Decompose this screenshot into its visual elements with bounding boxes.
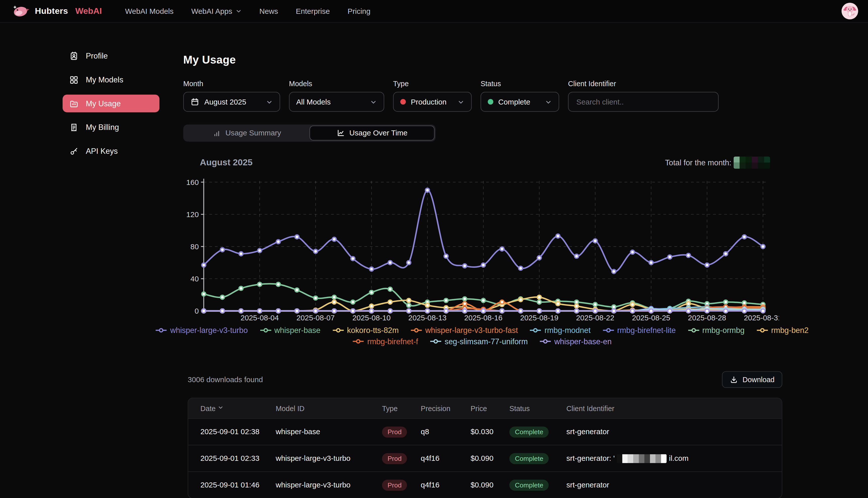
- legend-item-rmbg-birefnet-lite[interactable]: rmbg-birefnet-lite: [603, 326, 676, 335]
- column-header-date[interactable]: Date: [188, 404, 276, 412]
- status-select[interactable]: Complete: [481, 92, 559, 112]
- data-point[interactable]: [444, 299, 448, 302]
- nav-link-webai-models[interactable]: WebAI Models: [125, 7, 174, 15]
- data-point[interactable]: [668, 255, 672, 259]
- data-point[interactable]: [202, 309, 206, 313]
- data-point[interactable]: [537, 300, 541, 304]
- type-select[interactable]: Production: [393, 92, 472, 112]
- data-point[interactable]: [556, 302, 560, 306]
- data-point[interactable]: [332, 309, 336, 313]
- data-point[interactable]: [276, 309, 280, 313]
- data-point[interactable]: [537, 295, 541, 299]
- legend-item-whisper-large-v3-turbo-fast[interactable]: whisper-large-v3-turbo-fast: [411, 326, 518, 335]
- data-point[interactable]: [351, 257, 355, 261]
- data-point[interactable]: [742, 301, 746, 305]
- legend-item-rmbg-birefnet-f[interactable]: rmbg-birefnet-f: [353, 337, 418, 346]
- data-point[interactable]: [761, 309, 765, 313]
- data-point[interactable]: [370, 267, 374, 271]
- data-point[interactable]: [724, 300, 728, 304]
- data-point[interactable]: [407, 303, 411, 307]
- legend-item-whisper-large-v3-turbo[interactable]: whisper-large-v3-turbo: [156, 326, 248, 335]
- data-point[interactable]: [687, 309, 690, 313]
- table-row[interactable]: 2025-09-01 01:46whisper-large-v3-turboPr…: [188, 471, 782, 498]
- data-point[interactable]: [519, 309, 523, 313]
- data-point[interactable]: [742, 309, 746, 313]
- data-point[interactable]: [444, 254, 448, 258]
- download-button[interactable]: Download: [722, 371, 782, 388]
- data-point[interactable]: [724, 252, 728, 256]
- data-point[interactable]: [556, 309, 560, 313]
- data-point[interactable]: [258, 309, 262, 313]
- data-point[interactable]: [332, 300, 336, 304]
- nav-link-enterprise[interactable]: Enterprise: [296, 7, 330, 15]
- data-point[interactable]: [463, 264, 467, 268]
- data-point[interactable]: [649, 261, 653, 265]
- legend-item-seg-slimsam-77-uniform[interactable]: seg-slimsam-77-uniform: [430, 337, 528, 346]
- data-point[interactable]: [761, 245, 765, 249]
- table-row[interactable]: 2025-09-01 02:33whisper-large-v3-turboPr…: [188, 445, 782, 471]
- data-point[interactable]: [519, 298, 523, 302]
- data-point[interactable]: [630, 302, 635, 306]
- data-point[interactable]: [481, 299, 485, 302]
- data-point[interactable]: [220, 248, 224, 252]
- data-point[interactable]: [295, 309, 299, 313]
- data-point[interactable]: [351, 300, 355, 304]
- data-point[interactable]: [220, 309, 224, 313]
- data-point[interactable]: [630, 309, 635, 313]
- tab-usage-over-time[interactable]: Usage Over Time: [309, 126, 435, 141]
- data-point[interactable]: [314, 249, 318, 253]
- data-point[interactable]: [351, 309, 355, 313]
- data-point[interactable]: [481, 263, 485, 267]
- legend-item-whisper-base-en[interactable]: whisper-base-en: [540, 337, 612, 346]
- data-point[interactable]: [202, 263, 206, 267]
- data-point[interactable]: [202, 292, 206, 296]
- data-point[interactable]: [463, 297, 467, 301]
- legend-item-rmbg-modnet[interactable]: rmbg-modnet: [530, 326, 591, 335]
- data-point[interactable]: [388, 309, 392, 313]
- data-point[interactable]: [388, 300, 392, 304]
- legend-item-whisper-base[interactable]: whisper-base: [260, 326, 321, 335]
- month-select[interactable]: August 2025: [183, 92, 280, 112]
- data-point[interactable]: [425, 303, 430, 307]
- sidebar-item-my-usage[interactable]: My Usage: [63, 95, 159, 112]
- data-point[interactable]: [276, 240, 280, 244]
- models-select[interactable]: All Models: [289, 92, 384, 112]
- data-point[interactable]: [575, 304, 578, 308]
- table-row[interactable]: 2025-09-01 02:38whisper-baseProdq8$0.030…: [188, 418, 782, 445]
- data-point[interactable]: [593, 302, 597, 306]
- data-point[interactable]: [593, 239, 597, 243]
- user-avatar[interactable]: [842, 3, 858, 19]
- data-point[interactable]: [519, 266, 523, 270]
- data-point[interactable]: [295, 288, 299, 292]
- data-point[interactable]: [668, 309, 672, 313]
- data-point[interactable]: [649, 309, 653, 313]
- data-point[interactable]: [444, 309, 448, 313]
- data-point[interactable]: [612, 309, 616, 313]
- data-point[interactable]: [575, 254, 578, 258]
- data-point[interactable]: [370, 309, 374, 313]
- data-point[interactable]: [407, 299, 411, 302]
- data-point[interactable]: [463, 309, 467, 313]
- nav-link-webai-apps[interactable]: WebAI Apps: [191, 7, 242, 15]
- data-point[interactable]: [537, 309, 541, 313]
- data-point[interactable]: [314, 309, 318, 313]
- data-point[interactable]: [742, 235, 746, 239]
- data-point[interactable]: [537, 256, 541, 260]
- data-point[interactable]: [575, 309, 578, 313]
- data-point[interactable]: [388, 261, 392, 265]
- data-point[interactable]: [630, 250, 635, 254]
- data-point[interactable]: [556, 234, 560, 238]
- data-point[interactable]: [370, 304, 374, 308]
- data-point[interactable]: [239, 309, 243, 313]
- tab-usage-summary[interactable]: Usage Summary: [184, 126, 309, 141]
- data-point[interactable]: [612, 270, 616, 274]
- data-point[interactable]: [705, 263, 709, 267]
- sidebar-item-profile[interactable]: Profile: [63, 47, 159, 65]
- data-point[interactable]: [314, 296, 318, 300]
- client-search-input[interactable]: [575, 97, 712, 106]
- data-point[interactable]: [425, 188, 430, 192]
- data-point[interactable]: [276, 283, 280, 286]
- data-point[interactable]: [463, 302, 467, 306]
- data-point[interactable]: [705, 309, 709, 313]
- sidebar-item-my-billing[interactable]: My Billing: [63, 118, 159, 136]
